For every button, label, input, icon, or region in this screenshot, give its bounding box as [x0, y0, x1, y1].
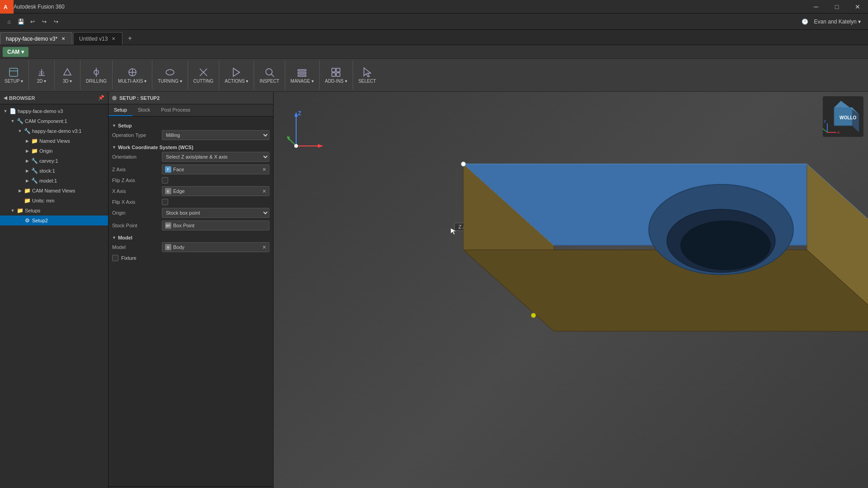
tree-item-5[interactable]: ▶ 🔧 carvey:1 [0, 156, 108, 166]
setup-ribbon-button[interactable]: SETUP ▾ [3, 63, 25, 87]
tree-icon-11: ⚙ [24, 217, 31, 224]
orientation-select[interactable]: Select Z axis/plane & X axis [162, 152, 269, 162]
tree-item-1[interactable]: ▼ 🔧 CAM Component:1 [0, 116, 108, 126]
drilling-ribbon-button[interactable]: DRILLING [84, 63, 108, 87]
user-name[interactable]: Evan and Katelyn ▾ [814, 19, 861, 25]
tree-item-9[interactable]: ▶ 📁 Units: mm [0, 196, 108, 206]
fixture-checkbox[interactable] [112, 255, 118, 261]
actions-ribbon-button[interactable]: ACTIONS ▾ [223, 63, 250, 87]
tree-item-7[interactable]: ▶ 🔧 model:1 [0, 176, 108, 186]
tree-item-8[interactable]: ▶ 📁 CAM Named Views [0, 186, 108, 196]
view-gizmo[interactable]: WOLLO X Z Y [823, 96, 863, 137]
model-clear[interactable]: ✕ [262, 244, 266, 250]
viewport[interactable]: Z Z Axis [274, 92, 868, 488]
tree-label-3: Named Views [39, 138, 70, 144]
inspect-ribbon-button[interactable]: INSPECT [258, 63, 281, 87]
addins-ribbon-button[interactable]: ADD-INS ▾ [323, 63, 349, 87]
drilling-ribbon-label: DRILLING [86, 79, 107, 84]
x-axis-input-box[interactable]: E Edge ✕ [162, 186, 269, 196]
tree-label-7: model:1 [39, 178, 57, 183]
save-button[interactable]: 💾 [15, 16, 26, 27]
browser-collapse-icon[interactable]: ◀ [4, 95, 7, 100]
home-button[interactable]: ⌂ [4, 16, 14, 27]
browser-title: BROWSER [9, 95, 35, 101]
setup-section-header[interactable]: ▼ Setup [112, 123, 269, 128]
svg-point-44 [461, 162, 466, 166]
flip-x-checkbox[interactable] [162, 199, 168, 205]
3d-ribbon-button[interactable]: 3D ▾ [58, 63, 76, 87]
minimize-button[interactable]: ─ [806, 0, 826, 14]
z-axis-clear[interactable]: ✕ [262, 167, 266, 173]
select-ribbon-button[interactable]: SELECT [357, 63, 378, 87]
flip-x-row: Flip X Axis [112, 199, 269, 205]
orientation-control: Select Z axis/plane & X axis [162, 152, 269, 162]
multi-axis-buttons: MULTI-AXIS ▾ [116, 61, 148, 89]
flip-z-checkbox[interactable] [162, 177, 168, 183]
x-axis-clear[interactable]: ✕ [262, 188, 266, 194]
setup-tab-stock[interactable]: Stock [132, 104, 156, 116]
3d-ribbon-label: 3D ▾ [63, 79, 72, 84]
redo2-button[interactable]: ↪ [51, 16, 61, 27]
tree-item-6[interactable]: ▶ 🔧 stock:1 [0, 166, 108, 176]
tab-untitled[interactable]: Untitled v13 ✕ [73, 32, 123, 45]
stock-point-input-box[interactable]: BP Box Point [162, 221, 269, 230]
cutting-ribbon-button[interactable]: CUTTING [192, 63, 215, 87]
tree-item-3[interactable]: ▶ 📁 Named Views [0, 136, 108, 146]
tree-arrow-7: ▶ [24, 178, 31, 183]
setup-tab-setup[interactable]: Setup [108, 104, 132, 116]
setup-body: ▼ Setup Operation Type Milling ▼ Work Co… [108, 117, 273, 486]
app-title: Autodesk Fusion 360 [14, 4, 65, 10]
browser-panel: ◀ BROWSER 📌 ▼ 📄 happy-face-demo v3 ▼ 🔧 C… [0, 92, 108, 488]
svg-rect-18 [298, 75, 306, 76]
stock-point-value: Box Point [173, 223, 266, 228]
tree-icon-10: 📁 [16, 207, 24, 214]
svg-rect-20 [336, 68, 340, 72]
tree-item-4[interactable]: ▶ 📁 Origin [0, 146, 108, 156]
tree-item-2[interactable]: ▼ 🔧 happy-face-demo v3:1 [0, 126, 108, 136]
tree-icon-0: 📄 [9, 108, 16, 115]
tree-label-11: Setup2 [32, 218, 48, 223]
setup-panel-title: SETUP : SETUP2 [119, 95, 160, 101]
z-axis-value: Face [173, 167, 260, 172]
svg-marker-36 [463, 250, 868, 331]
addins-buttons: ADD-INS ▾ [323, 61, 349, 89]
tree-item-11[interactable]: ▶ ⚙ Setup2 [0, 216, 108, 225]
multi-axis-ribbon-button[interactable]: MULTI-AXIS ▾ [116, 63, 148, 87]
tree-item-10[interactable]: ▼ 📁 Setups [0, 206, 108, 216]
window-controls: ─ □ ✕ [806, 0, 868, 14]
turning-ribbon-button[interactable]: TURNING ▾ [156, 63, 184, 87]
x-axis-value: Edge [173, 188, 260, 194]
operation-type-select[interactable]: Milling [162, 130, 269, 140]
cutting-buttons: CUTTING [192, 61, 215, 89]
tree-item-0[interactable]: ▼ 📄 happy-face-demo v3 [0, 106, 108, 116]
close-button[interactable]: ✕ [847, 0, 868, 14]
tree-label-8: CAM Named Views [32, 188, 75, 193]
svg-rect-21 [332, 73, 335, 76]
z-axis-input-box[interactable]: F Face ✕ [162, 164, 269, 174]
tab-happy-face[interactable]: happy-face-demo v3* ✕ [0, 32, 72, 45]
model-input-box[interactable]: B Body ✕ [162, 242, 269, 252]
tab-close-1[interactable]: ✕ [110, 36, 117, 42]
setup-tab-postprocess[interactable]: Post Process [156, 104, 196, 116]
model-section-header[interactable]: ▼ Model [112, 235, 269, 240]
tab-add-button[interactable]: + [123, 32, 136, 45]
origin-select[interactable]: Stock box point [162, 208, 269, 218]
ribbon-group-3d: 3D ▾ [58, 61, 80, 89]
manage-ribbon-button[interactable]: MANAGE ▾ [289, 63, 316, 87]
flip-z-control [162, 177, 269, 183]
maximize-button[interactable]: □ [826, 0, 847, 14]
ribbon-group-actions: ACTIONS ▾ [223, 61, 254, 89]
tab-close-0[interactable]: ✕ [60, 36, 66, 42]
cam-menu-button[interactable]: CAM ▾ [3, 47, 28, 57]
browser-pin-icon[interactable]: 📌 [98, 95, 104, 101]
redo-button[interactable]: ↪ [39, 16, 50, 27]
clock-icon[interactable]: 🕐 [800, 16, 811, 27]
tree-label-10: Setups [25, 208, 40, 213]
manage-ribbon-label: MANAGE ▾ [291, 79, 314, 84]
wcs-section-header[interactable]: ▼ Work Coordinate System (WCS) [112, 145, 269, 150]
flip-x-label: Flip X Axis [112, 199, 162, 205]
undo-button[interactable]: ↩ [27, 16, 38, 27]
z-axis-icon: F [165, 166, 171, 173]
2d-ribbon-button[interactable]: 2D 2D ▾ [33, 63, 51, 87]
svg-marker-28 [318, 144, 323, 148]
